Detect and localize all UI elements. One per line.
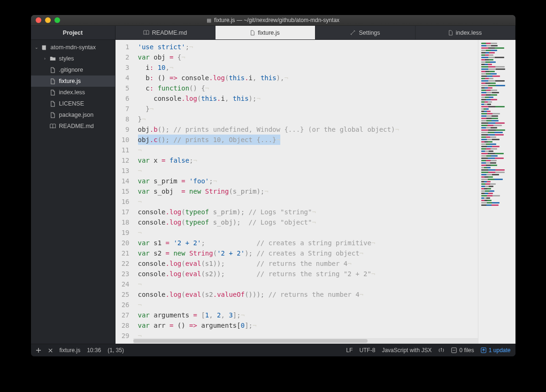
folder-icon: [50, 56, 56, 61]
tree-root[interactable]: ⌄ atom-mdn-syntax: [31, 42, 115, 53]
tree-item-LICENSE[interactable]: LICENSE: [31, 98, 115, 109]
file-tree: ⌄ atom-mdn-syntax ›styles.gitignorefixtu…: [31, 40, 115, 134]
code-line[interactable]: var arr = () => arguments[0];¬: [138, 320, 478, 331]
status-cursor-position[interactable]: (1, 35): [108, 347, 124, 354]
chevron-right-icon: ›: [43, 56, 47, 61]
code-line[interactable]: var s2 = new String('2 + 2'); // creates…: [138, 248, 478, 258]
tab-README-md[interactable]: README.md: [115, 26, 215, 39]
code-line[interactable]: ¬: [138, 300, 478, 310]
code-line[interactable]: }¬: [138, 104, 478, 114]
tree-item-styles[interactable]: ›styles: [31, 53, 115, 64]
file-icon: [50, 67, 56, 73]
scrollbar-thumb[interactable]: [133, 339, 368, 343]
book-icon: [50, 123, 56, 129]
status-encoding[interactable]: UTF-8: [359, 347, 375, 354]
broadcast-icon[interactable]: [438, 347, 445, 354]
code-line[interactable]: b: () => console.log(this.i, this),¬: [138, 73, 478, 83]
git-files-count: 0 files: [459, 347, 474, 354]
tab-Settings[interactable]: Settings: [315, 26, 415, 39]
tree-item-label: .gitignore: [59, 67, 83, 73]
status-grammar[interactable]: JavaScript with JSX: [382, 347, 431, 354]
line-gutter: 1234567891011121314151617181920212223242…: [115, 40, 133, 344]
repo-icon: [41, 45, 48, 51]
status-line-ending[interactable]: LF: [346, 347, 353, 354]
editor-window: ▦ fixture.js — ~/git/nexdrew/github/atom…: [31, 15, 515, 356]
code-line[interactable]: ¬: [138, 279, 478, 289]
project-sidebar: Project ⌄ atom-mdn-syntax ›styles.gitign…: [31, 26, 115, 344]
status-filename[interactable]: fixture.js: [60, 347, 81, 354]
tab-label: index.less: [456, 30, 482, 36]
window-title: ▦ fixture.js — ~/git/nexdrew/github/atom…: [31, 17, 515, 23]
updates-count: 1 update: [489, 347, 511, 354]
text-editor[interactable]: 1234567891011121314151617181920212223242…: [115, 40, 478, 344]
svg-point-0: [441, 348, 442, 349]
tools-icon: [350, 30, 356, 36]
tree-item-README-md[interactable]: README.md: [31, 121, 115, 132]
code-line[interactable]: console.log(eval(s2.valueOf())); // retu…: [138, 289, 478, 300]
tree-item-label: styles: [59, 55, 74, 62]
code-line[interactable]: var s_obj = new String(s_prim);¬: [138, 186, 478, 196]
tab-label: fixture.js: [258, 30, 280, 36]
close-file-button[interactable]: [48, 348, 53, 353]
new-file-button[interactable]: [36, 347, 41, 353]
tree-root-label: atom-mdn-syntax: [51, 44, 96, 51]
file-icon: [250, 30, 255, 36]
code-line[interactable]: console.log(typeof s_obj); // Logs "obje…: [138, 217, 478, 227]
minimap[interactable]: [478, 40, 515, 344]
tab-index-less[interactable]: index.less: [415, 26, 515, 39]
tab-label: Settings: [359, 30, 380, 36]
code-line[interactable]: var arguments = [1, 2, 3];¬: [138, 310, 478, 320]
code-line[interactable]: c: function() {¬: [138, 83, 478, 93]
file-icon: [50, 90, 56, 96]
code-line[interactable]: console.log(eval(s1)); // returns the nu…: [138, 258, 478, 269]
code-line[interactable]: var s1 = '2 + 2'; // creates a string pr…: [138, 238, 478, 248]
tab-bar: README.mdfixture.jsSettingsindex.less: [115, 26, 515, 40]
code-line[interactable]: obj.c(); // prints 10, Object {...}¬: [138, 135, 478, 145]
file-icon: ▦: [207, 17, 211, 23]
code-line[interactable]: i: 10,¬: [138, 62, 478, 73]
file-icon: [50, 112, 56, 118]
code-line[interactable]: }¬: [138, 114, 478, 124]
tab-fixture-js[interactable]: fixture.js: [215, 26, 315, 39]
tree-item-label: fixture.js: [59, 78, 81, 84]
code-line[interactable]: ¬: [138, 145, 478, 155]
code-line[interactable]: var obj = {¬: [138, 52, 478, 62]
tree-item-label: index.less: [59, 89, 85, 96]
updates-button[interactable]: 1 update: [481, 347, 511, 354]
file-icon: [50, 101, 56, 107]
horizontal-scrollbar[interactable]: [133, 338, 478, 344]
minimize-window-button[interactable]: [45, 17, 51, 23]
code-line[interactable]: console.log(typeof s_prim); // Logs "str…: [138, 207, 478, 217]
tab-label: README.md: [152, 30, 187, 36]
sidebar-header: Project: [31, 26, 115, 40]
git-status[interactable]: 0 files: [451, 347, 474, 354]
code-line[interactable]: ¬: [138, 227, 478, 238]
file-icon: [448, 30, 453, 36]
tree-item-label: package.json: [59, 112, 94, 118]
book-icon: [143, 30, 149, 35]
tree-item-fixture-js[interactable]: fixture.js: [31, 75, 115, 87]
code-line[interactable]: var s_prim = 'foo';¬: [138, 176, 478, 186]
chevron-down-icon: ⌄: [35, 45, 38, 50]
window-title-text: fixture.js — ~/git/nexdrew/github/atom-m…: [214, 17, 339, 23]
zoom-window-button[interactable]: [54, 17, 60, 23]
tree-item--gitignore[interactable]: .gitignore: [31, 64, 115, 75]
code-line[interactable]: 'use strict';¬: [138, 42, 478, 52]
file-icon: [50, 78, 56, 84]
code-line[interactable]: ¬: [138, 166, 478, 176]
code-line[interactable]: var x = false;¬: [138, 155, 478, 166]
close-window-button[interactable]: [36, 17, 41, 23]
tree-item-index-less[interactable]: index.less: [31, 87, 115, 98]
code-line[interactable]: console.log(this.i, this);¬: [138, 93, 478, 104]
tree-item-label: README.md: [59, 123, 94, 129]
code-area[interactable]: 'use strict';¬var obj = {¬ i: 10,¬ b: ()…: [133, 40, 478, 344]
tree-item-label: LICENSE: [59, 100, 85, 107]
code-line[interactable]: ¬: [138, 196, 478, 207]
workarea: README.mdfixture.jsSettingsindex.less 12…: [115, 26, 515, 344]
tree-item-package-json[interactable]: package.json: [31, 109, 115, 121]
titlebar: ▦ fixture.js — ~/git/nexdrew/github/atom…: [31, 15, 515, 26]
code-line[interactable]: console.log(eval(s2)); // returns the st…: [138, 269, 478, 279]
code-line[interactable]: obj.b(); // prints undefined, Window {..…: [138, 124, 478, 135]
status-time: 10:36: [87, 347, 101, 354]
traffic-lights: [31, 17, 60, 23]
